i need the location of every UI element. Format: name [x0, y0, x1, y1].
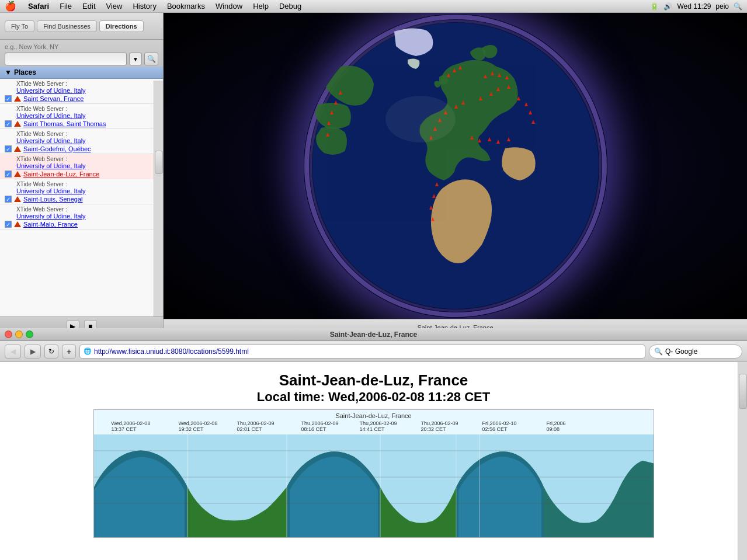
menubar-volume-icon: 🔊 — [663, 2, 672, 11]
menubar-edit[interactable]: Edit — [78, 0, 100, 13]
place-link[interactable]: Saint-Malo, France — [23, 221, 78, 228]
page-subtitle: Local time: Wed,2006-02-08 11:28 CET — [0, 389, 747, 405]
search-input[interactable] — [5, 53, 127, 65]
server-link[interactable]: University of Udine, Italy — [0, 187, 163, 194]
place-marker-icon — [14, 171, 21, 177]
server-link[interactable]: University of Udine, Italy — [0, 137, 163, 144]
sidebar-scrollthumb[interactable] — [155, 151, 163, 174]
directions-tab[interactable]: Directions — [99, 20, 144, 32]
server-link[interactable]: University of Udine, Italy — [0, 87, 163, 94]
ge-search-area: e.g., New York, NY ▼ 🔍 — [0, 40, 164, 69]
server-label: XTide Web Server : — [0, 204, 163, 213]
search-placeholder: e.g., New York, NY — [5, 43, 158, 50]
browser-scrollthumb[interactable] — [739, 374, 747, 409]
server-label: XTide Web Server : — [0, 154, 163, 162]
time-label-2: Thu,2006-02-0902:01 CET — [237, 420, 275, 432]
place-checkbox[interactable]: ✓ — [5, 171, 12, 178]
place-row: ✓ Saint-Godefroi, Québec — [0, 144, 163, 154]
browser-close-button[interactable] — [5, 331, 12, 338]
place-row: ✓ Saint-Malo, France — [0, 220, 163, 229]
server-label: XTide Web Server : — [0, 104, 163, 112]
place-marker-icon — [14, 196, 21, 202]
place-marker-icon — [14, 221, 21, 227]
places-label: Places — [14, 68, 36, 76]
place-link[interactable]: Saint Thomas, Saint Thomas — [23, 120, 106, 127]
globe[interactable] — [304, 14, 607, 318]
server-label: XTide Web Server : — [0, 179, 163, 187]
fly-to-tab[interactable]: Fly To — [5, 20, 34, 32]
back-button[interactable]: ◀ — [5, 345, 21, 359]
server-label: XTide Web Server : — [0, 79, 163, 87]
time-label-6: Fri,2006-02-1002:56 CET — [482, 420, 517, 432]
search-bar[interactable]: 🔍 Q- Google — [649, 345, 742, 359]
place-link[interactable]: Saint-Louis, Senegal — [23, 196, 83, 203]
search-button[interactable]: 🔍 — [144, 53, 158, 65]
url-text: http://www.fisica.uniud.it:8080/location… — [94, 347, 249, 356]
place-checkbox[interactable]: ✓ — [5, 221, 12, 228]
menubar-spotlight-icon[interactable]: 🔍 — [734, 2, 742, 11]
tide-chart-title: Saint-Jean-de-Luz, France — [335, 412, 411, 419]
time-label-7: Fri,200609:08 — [547, 420, 566, 432]
place-marker-icon — [14, 96, 21, 102]
time-label-3: Thu,2006-02-0908:16 CET — [301, 420, 339, 432]
place-checkbox[interactable]: ✓ — [5, 120, 12, 127]
place-link[interactable]: Saint Servan, France — [23, 95, 84, 102]
globe-area[interactable] — [164, 13, 747, 319]
list-item: XTide Web Server : University of Udine, … — [0, 129, 163, 154]
place-marker-icon — [14, 121, 21, 127]
menubar-window[interactable]: Window — [211, 0, 247, 13]
browser-content: Saint-Jean-de-Luz, France Local time: We… — [0, 362, 747, 560]
place-marker-icon — [14, 146, 21, 152]
menubar-battery-icon: 🔋 — [650, 2, 659, 11]
sidebar-scrollbar[interactable] — [154, 81, 163, 316]
tide-chart: Saint-Jean-de-Luz, France Wed,2006-02-08… — [93, 409, 654, 538]
url-bar[interactable]: 🌐 http://www.fisica.uniud.it:8080/locati… — [79, 345, 645, 359]
browser-minimize-button[interactable] — [15, 331, 23, 338]
menubar-debug[interactable]: Debug — [275, 0, 306, 13]
menubar-bookmarks[interactable]: Bookmarks — [162, 0, 210, 13]
list-item: XTide Web Server : University of Udine, … — [0, 104, 163, 129]
page-title-area: Saint-Jean-de-Luz, France Local time: We… — [0, 362, 747, 409]
menubar-app[interactable]: Safari — [23, 0, 54, 13]
server-link[interactable]: University of Udine, Italy — [0, 162, 163, 169]
browser-maximize-button[interactable] — [26, 331, 33, 338]
ge-toolbar: Fly To Find Businesses Directions — [0, 13, 164, 40]
forward-button[interactable]: ▶ — [25, 345, 41, 359]
reload-button[interactable]: ↻ — [44, 345, 58, 359]
new-tab-button[interactable]: + — [62, 345, 76, 359]
place-row: ✓ Saint Thomas, Saint Thomas — [0, 119, 163, 128]
google-earth-window: Google Earth Fly To Find Businesses Dire… — [0, 13, 747, 335]
menubar-time: Wed 11:29 — [677, 2, 711, 11]
place-checkbox[interactable]: ✓ — [5, 95, 12, 102]
search-dropdown[interactable]: ▼ — [129, 53, 142, 65]
place-link[interactable]: Saint-Jean-de-Luz, France — [23, 171, 99, 178]
svg-point-38 — [385, 96, 456, 142]
menubar-right: 🔋 🔊 Wed 11:29 peio 🔍 — [650, 2, 742, 11]
browser-title: Saint-Jean-de-Luz, France — [330, 331, 417, 339]
time-label-1: Wed,2006-02-0819:32 CET — [179, 420, 218, 432]
browser-scrollbar[interactable] — [738, 362, 747, 560]
find-businesses-tab[interactable]: Find Businesses — [37, 20, 97, 32]
server-link[interactable]: University of Udine, Italy — [0, 213, 163, 220]
menubar-file[interactable]: File — [55, 0, 77, 13]
search-placeholder: Q- Google — [665, 347, 697, 356]
time-label-4: Thu,2006-02-0914:41 CET — [360, 420, 397, 432]
browser-titlebar: Saint-Jean-de-Luz, France — [0, 328, 747, 341]
place-link[interactable]: Saint-Godefroi, Québec — [23, 145, 91, 152]
apple-menu[interactable]: 🍎 — [5, 1, 16, 12]
place-checkbox[interactable]: ✓ — [5, 196, 12, 203]
place-checkbox[interactable]: ✓ — [5, 145, 12, 152]
list-item: XTide Web Server : University of Udine, … — [0, 79, 163, 104]
menubar-history[interactable]: History — [128, 0, 161, 13]
browser-toolbar: ◀ ▶ ↻ + 🌐 http://www.fisica.uniud.it:808… — [0, 341, 747, 362]
list-item: XTide Web Server : University of Udine, … — [0, 154, 163, 179]
tide-wave-svg — [94, 434, 654, 538]
menubar-view[interactable]: View — [102, 0, 127, 13]
search-icon: 🔍 — [654, 347, 663, 356]
browser-window-controls — [5, 331, 33, 338]
place-row: ✓ Saint-Louis, Senegal — [0, 194, 163, 204]
menubar-help[interactable]: Help — [248, 0, 273, 13]
places-toggle-icon[interactable]: ▼ — [5, 68, 12, 76]
places-list: XTide Web Server : University of Udine, … — [0, 79, 163, 333]
server-link[interactable]: University of Udine, Italy — [0, 112, 163, 119]
